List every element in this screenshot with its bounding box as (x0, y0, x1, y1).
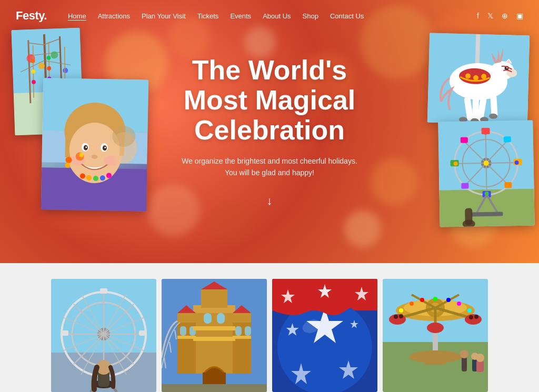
svg-point-176 (399, 308, 403, 313)
nav-link-tickets[interactable]: Tickets (197, 12, 219, 20)
svg-rect-126 (201, 289, 227, 308)
svg-point-175 (427, 323, 444, 333)
svg-point-177 (410, 301, 414, 306)
svg-rect-93 (471, 212, 503, 216)
site-logo[interactable]: Festy. (16, 9, 47, 23)
svg-rect-143 (233, 336, 251, 339)
svg-point-183 (394, 315, 398, 319)
svg-rect-130 (177, 313, 196, 323)
svg-point-184 (399, 314, 403, 318)
instagram-icon[interactable]: ▣ (516, 12, 523, 20)
svg-point-174 (465, 314, 482, 325)
svg-rect-142 (177, 336, 196, 339)
social-links: f 𝕏 ⊕ ▣ (477, 12, 523, 20)
svg-rect-189 (462, 357, 467, 371)
svg-point-194 (476, 354, 484, 362)
gallery-item-2[interactable] (162, 279, 267, 392)
svg-point-182 (467, 308, 472, 313)
svg-rect-115 (139, 330, 146, 336)
hero-subtitle: We organize the brightest and most cheer… (159, 155, 380, 178)
svg-point-190 (460, 350, 468, 358)
hero-photo-child (41, 78, 148, 211)
nav-link-home[interactable]: Home (68, 12, 86, 20)
nav-link-plan[interactable]: Plan Your Visit (142, 12, 186, 20)
nav-link-attractions[interactable]: Attractions (98, 12, 130, 20)
gallery-item-3[interactable] (272, 279, 377, 392)
svg-rect-145 (162, 384, 267, 392)
svg-rect-89 (461, 183, 468, 189)
facebook-icon[interactable]: f (477, 12, 479, 20)
gallery-section (0, 263, 539, 392)
nav-link-shop[interactable]: Shop (303, 12, 318, 20)
svg-rect-114 (100, 288, 107, 294)
svg-point-185 (469, 315, 473, 319)
gallery-item-1[interactable] (51, 279, 156, 392)
svg-point-178 (420, 298, 424, 302)
gallery-item-4[interactable] (383, 279, 488, 392)
svg-point-180 (446, 298, 451, 302)
svg-point-181 (457, 301, 461, 306)
svg-rect-188 (425, 357, 446, 365)
website-icon[interactable]: ⊕ (502, 12, 508, 20)
hero-section: The World's Most Magical Celebration We … (0, 0, 539, 263)
nav-link-events[interactable]: Events (230, 12, 251, 20)
bokeh-8 (344, 210, 381, 247)
svg-rect-135 (217, 313, 225, 324)
svg-rect-132 (233, 313, 251, 323)
nav-link-about[interactable]: About Us (263, 12, 291, 20)
svg-rect-193 (476, 360, 484, 372)
svg-rect-95 (465, 208, 473, 225)
nav-link-contact[interactable]: Contact Us (330, 12, 364, 20)
navbar: Festy. Home Attractions Plan Your Visit … (0, 0, 539, 32)
svg-rect-138 (235, 326, 242, 336)
hero-title: The World's Most Magical Celebration (159, 55, 380, 146)
svg-rect-90 (504, 182, 512, 188)
svg-rect-141 (193, 337, 235, 341)
svg-rect-134 (204, 313, 212, 324)
hero-photo-carousel (427, 33, 530, 125)
svg-point-186 (474, 315, 478, 319)
svg-rect-88 (504, 136, 511, 142)
svg-rect-87 (461, 137, 468, 143)
svg-rect-140 (193, 326, 235, 330)
hero-subtitle-line1: We organize the brightest and most cheer… (182, 156, 357, 165)
hero-subtitle-line2: You will be glad and happy! (225, 168, 314, 177)
svg-rect-117 (61, 330, 68, 336)
hero-scroll-arrow[interactable]: ↓ (159, 194, 380, 208)
svg-rect-139 (245, 326, 251, 336)
hero-content: The World's Most Magical Celebration We … (159, 55, 380, 208)
twitter-icon[interactable]: 𝕏 (487, 12, 493, 20)
arrow-down-icon[interactable]: ↓ (267, 194, 273, 208)
svg-point-179 (433, 297, 437, 301)
svg-rect-136 (180, 326, 186, 336)
nav-links: Home Attractions Plan Your Visit Tickets… (68, 12, 477, 20)
hero-photo-ferriswheel (438, 120, 534, 227)
